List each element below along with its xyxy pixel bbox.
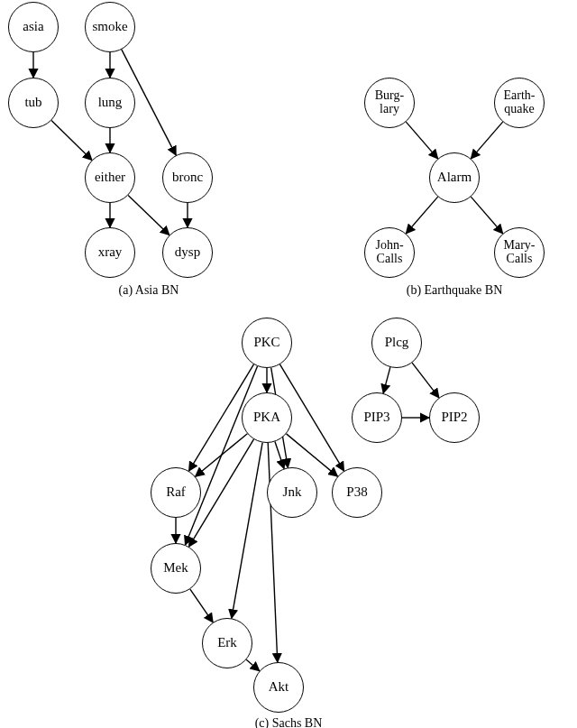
diagram-canvas: { "captions": { "asia": "(a) Asia BN", "…	[0, 0, 577, 728]
node-sachs-raf: Raf	[151, 467, 201, 518]
node-sachs-pip2: PIP2	[429, 392, 480, 443]
edge-sachs-pka-raf	[196, 434, 248, 476]
node-sachs-p38: P38	[332, 467, 382, 518]
node-label: Plcg	[385, 336, 409, 350]
node-asia-either: either	[85, 152, 135, 203]
node-sachs-mek: Mek	[151, 543, 201, 594]
node-sachs-akt: Akt	[253, 662, 304, 713]
edge-sachs-erk-akt	[246, 659, 260, 670]
node-label: lung	[98, 96, 123, 110]
node-label: bronc	[172, 170, 203, 185]
edge-asia-tub-either	[51, 121, 92, 161]
node-label: Akt	[269, 680, 289, 695]
node-sachs-jnk: Jnk	[267, 467, 317, 518]
node-asia-dysp: dysp	[162, 227, 213, 278]
node-label: asia	[23, 20, 43, 34]
node-label: Earth-quake	[504, 89, 536, 115]
node-eq-earthquake: Earth-quake	[494, 78, 545, 128]
node-label: PIP3	[363, 410, 389, 425]
node-label: Mary-Calls	[504, 239, 536, 265]
node-sachs-pip3: PIP3	[352, 392, 402, 443]
node-label: PKA	[253, 410, 280, 425]
node-label: tub	[24, 96, 41, 110]
edge-sachs-pka-jnk	[275, 442, 284, 469]
node-label: either	[95, 170, 125, 185]
node-sachs-plcg: Plcg	[371, 318, 422, 368]
node-label: P38	[346, 485, 367, 500]
node-label: Burg-lary	[375, 89, 404, 115]
node-asia-smoke: smoke	[85, 2, 135, 52]
node-asia-asia: asia	[8, 2, 59, 52]
node-asia-lung: lung	[85, 78, 135, 128]
node-label: xray	[98, 245, 123, 260]
node-sachs-erk: Erk	[202, 618, 252, 668]
node-eq-johncalls: John-Calls	[364, 227, 415, 278]
edge-asia-either-dysp	[128, 195, 169, 235]
node-label: Erk	[217, 636, 237, 650]
node-label: John-Calls	[375, 239, 403, 265]
node-eq-burglary: Burg-lary	[364, 78, 415, 128]
node-label: Raf	[166, 485, 186, 500]
edge-sachs-mek-erk	[190, 589, 213, 622]
node-eq-alarm: Alarm	[429, 152, 480, 203]
node-sachs-pka: PKA	[242, 392, 292, 443]
node-label: Jnk	[283, 485, 302, 500]
edge-earthquake-burglary-alarm	[406, 122, 437, 159]
edge-earthquake-alarm-johncalls	[406, 197, 437, 234]
node-asia-bronc: bronc	[162, 152, 213, 203]
caption-earthquake: (b) Earthquake BN	[382, 283, 527, 298]
node-label: PIP2	[441, 410, 467, 425]
node-label: PKC	[253, 336, 279, 350]
caption-sachs: (c) Sachs BN	[216, 716, 361, 728]
node-label: smoke	[92, 20, 127, 34]
node-asia-tub: tub	[8, 78, 59, 128]
node-label: Mek	[163, 561, 188, 576]
edge-sachs-plcg-pip2	[412, 363, 439, 398]
node-sachs-pkc: PKC	[242, 318, 292, 368]
caption-asia: (a) Asia BN	[77, 283, 221, 298]
node-asia-xray: xray	[85, 227, 135, 278]
node-label: Alarm	[437, 170, 472, 185]
edge-earthquake-earthquake-alarm	[471, 122, 502, 159]
node-label: dysp	[175, 245, 200, 260]
edge-earthquake-alarm-marycalls	[471, 197, 502, 234]
node-eq-marycalls: Mary-Calls	[494, 227, 545, 278]
edge-sachs-plcg-pip3	[383, 367, 390, 393]
